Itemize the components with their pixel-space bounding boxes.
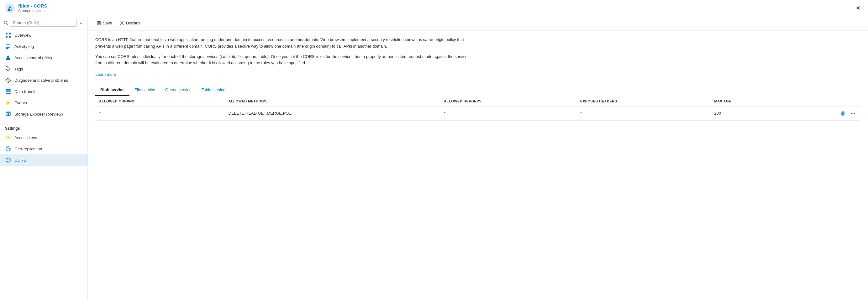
svg-point-31 <box>7 158 9 162</box>
sidebar-item-access-control-label: Access control (IAM) <box>14 56 52 60</box>
settings-divider <box>5 121 83 121</box>
app-title: fblux - CORS <box>18 3 47 8</box>
tab-table-service[interactable]: Table service <box>196 84 230 96</box>
access-control-icon <box>5 55 11 61</box>
sidebar-item-activity-log[interactable]: Activity log <box>0 41 88 52</box>
sidebar-item-access-keys[interactable]: Access keys <box>0 132 88 143</box>
svg-rect-9 <box>6 44 10 45</box>
delete-row-button[interactable] <box>839 110 847 117</box>
sidebar-item-geo-replication-label: Geo-replication <box>14 146 42 151</box>
svg-point-22 <box>7 113 9 115</box>
sidebar-item-storage-explorer-label: Storage Explorer (preview) <box>14 112 63 116</box>
cell-exposed-headers: * <box>577 106 710 120</box>
cell-allowed-headers: * <box>440 106 577 120</box>
sidebar-item-events[interactable]: Events <box>0 97 88 108</box>
col-max-age: MAX AGE <box>710 96 785 106</box>
svg-rect-5 <box>6 33 7 34</box>
description-text: CORS is an HTTP feature that enables a w… <box>95 37 471 78</box>
svg-point-13 <box>7 56 9 58</box>
sidebar-item-diagnose[interactable]: Diagnose and solve problems <box>0 74 88 86</box>
svg-rect-8 <box>9 36 11 38</box>
sidebar-item-storage-explorer[interactable]: Storage Explorer (preview) <box>0 108 88 120</box>
svg-point-14 <box>7 68 8 69</box>
save-icon <box>97 21 101 25</box>
search-input[interactable] <box>10 19 77 27</box>
sidebar-item-tags[interactable]: Tags <box>0 63 88 74</box>
storage-explorer-icon <box>5 111 11 117</box>
collapse-sidebar-button[interactable]: « <box>79 20 84 26</box>
overview-icon <box>5 32 11 38</box>
sidebar-item-diagnose-label: Diagnose and solve problems <box>14 78 68 83</box>
data-transfer-icon <box>5 88 11 95</box>
svg-rect-18 <box>6 91 11 92</box>
discard-icon <box>120 21 124 25</box>
cell-max-age: 200 <box>710 106 785 120</box>
tabs-container: Blob service File service Queue service … <box>95 84 861 96</box>
svg-rect-7 <box>6 36 7 38</box>
learn-more-link[interactable]: Learn more <box>95 71 116 78</box>
svg-rect-12 <box>6 48 8 49</box>
close-button[interactable]: ✕ <box>853 3 863 13</box>
cell-allowed-methods: DELETE,HEAD,GET,MERGE,PO... <box>225 106 440 120</box>
sidebar-item-cors-label: CORS <box>14 158 26 163</box>
sidebar-item-tags-label: Tags <box>14 67 23 71</box>
cors-icon <box>5 157 11 163</box>
sidebar-item-activity-log-label: Activity log <box>14 44 34 49</box>
svg-rect-35 <box>98 21 100 23</box>
more-options-button[interactable] <box>849 110 857 117</box>
search-bar: « <box>0 16 88 29</box>
col-exposed-headers: EXPOSED HEADERS <box>577 96 710 106</box>
tab-blob-service[interactable]: Blob service <box>95 84 129 96</box>
table-row: * DELETE,HEAD,GET,MERGE,PO... * * 200 <box>95 106 861 120</box>
save-button[interactable]: Save <box>93 19 116 27</box>
svg-point-42 <box>851 113 852 114</box>
svg-rect-17 <box>6 89 11 91</box>
sidebar-item-data-transfer-label: Data transfer <box>14 89 38 94</box>
title-bar-left: fblux - CORS Storage account <box>5 3 47 13</box>
col-actions <box>785 96 861 106</box>
col-allowed-methods: ALLOWED METHODS <box>225 96 440 106</box>
cors-table: ALLOWED ORIGINS ALLOWED METHODS ALLOWED … <box>95 96 861 121</box>
col-allowed-headers: ALLOWED HEADERS <box>440 96 577 106</box>
main-layout: « Overview Activity log <box>0 16 868 301</box>
search-icon <box>4 21 8 25</box>
svg-line-4 <box>7 24 8 25</box>
toolbar: Save Discard <box>88 16 868 30</box>
delete-icon <box>840 111 845 116</box>
sidebar-item-access-control[interactable]: Access control (IAM) <box>0 52 88 63</box>
sidebar-item-overview[interactable]: Overview <box>0 29 88 41</box>
svg-rect-39 <box>841 112 845 112</box>
discard-button[interactable]: Discard <box>116 19 144 27</box>
app-subtitle: Storage account <box>18 9 45 13</box>
diagnose-icon <box>5 77 11 83</box>
sidebar-item-data-transfer[interactable]: Data transfer <box>0 86 88 97</box>
svg-marker-20 <box>6 100 11 105</box>
cell-row-actions <box>785 106 861 120</box>
svg-rect-11 <box>6 47 10 47</box>
description-paragraph-1: CORS is an HTTP feature that enables a w… <box>95 37 471 50</box>
content-body: CORS is an HTTP feature that enables a w… <box>88 30 868 301</box>
events-icon <box>5 100 11 106</box>
access-keys-icon <box>5 134 11 141</box>
sidebar: « Overview Activity log <box>0 16 88 301</box>
sidebar-item-geo-replication[interactable]: Geo-replication <box>0 143 88 155</box>
tab-queue-service[interactable]: Queue service <box>160 84 196 96</box>
svg-rect-10 <box>6 46 9 46</box>
svg-rect-36 <box>97 24 100 25</box>
svg-rect-6 <box>9 33 11 34</box>
title-info: fblux - CORS Storage account <box>18 3 47 13</box>
table-header-row: ALLOWED ORIGINS ALLOWED METHODS ALLOWED … <box>95 96 861 106</box>
row-actions <box>839 110 857 117</box>
svg-point-23 <box>6 136 9 139</box>
activity-log-icon <box>5 43 11 49</box>
app-icon <box>5 3 15 13</box>
sidebar-item-events-label: Events <box>14 101 27 105</box>
tab-file-service[interactable]: File service <box>129 84 160 96</box>
col-allowed-origins: ALLOWED ORIGINS <box>95 96 225 106</box>
sidebar-item-cors[interactable]: CORS <box>0 155 88 166</box>
sidebar-nav: Overview Activity log Access control (IA… <box>0 29 88 120</box>
cell-allowed-origins: * <box>95 106 225 120</box>
svg-point-44 <box>854 113 855 114</box>
sidebar-item-access-keys-label: Access keys <box>14 135 37 140</box>
tags-icon <box>5 66 11 72</box>
